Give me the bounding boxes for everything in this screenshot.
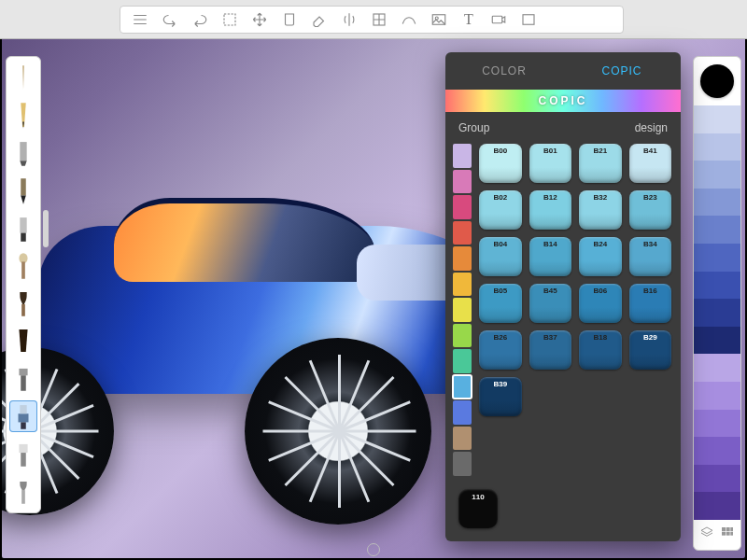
strip-swatch[interactable] xyxy=(694,492,740,520)
svg-rect-21 xyxy=(20,405,26,413)
copic-swatch-B04[interactable]: B04 xyxy=(479,237,522,276)
current-color-swatch[interactable] xyxy=(700,64,734,98)
strip-swatch[interactable] xyxy=(694,410,740,438)
selected-color-swatch[interactable]: 110 xyxy=(458,489,498,528)
strip-swatch[interactable] xyxy=(694,244,740,272)
stroke-icon[interactable] xyxy=(395,7,423,32)
brush-pencil[interactable] xyxy=(9,100,37,132)
copic-group-swatch[interactable] xyxy=(453,195,472,219)
guides-icon[interactable] xyxy=(365,7,393,32)
copic-group-swatch[interactable] xyxy=(453,349,472,373)
copic-group-swatch[interactable] xyxy=(453,221,472,245)
image-icon[interactable] xyxy=(425,7,453,32)
undo-icon[interactable] xyxy=(156,7,184,32)
copic-swatch-B14[interactable]: B14 xyxy=(529,237,572,276)
strip-swatch[interactable] xyxy=(694,465,740,493)
copic-swatch-B32[interactable]: B32 xyxy=(579,190,622,230)
brush-chisel[interactable] xyxy=(9,137,37,169)
brush-marker[interactable] xyxy=(9,213,37,245)
copic-group-column xyxy=(453,144,472,476)
brush-pencil-sharp[interactable] xyxy=(9,63,37,94)
copic-group-swatch[interactable] xyxy=(453,298,472,322)
copic-group-swatch[interactable] xyxy=(453,273,472,297)
svg-rect-9 xyxy=(20,143,26,161)
strip-swatch[interactable] xyxy=(694,272,740,300)
brush-soft[interactable] xyxy=(9,250,37,282)
svg-rect-27 xyxy=(726,527,730,531)
puck-icon[interactable] xyxy=(367,543,380,556)
copic-group-swatch[interactable] xyxy=(453,452,472,476)
copic-swatch-B18[interactable]: B18 xyxy=(579,330,622,370)
svg-rect-28 xyxy=(730,527,733,531)
copic-swatch-B23[interactable]: B23 xyxy=(629,190,672,230)
brush-inkpen[interactable] xyxy=(9,175,37,207)
copic-swatch-B26[interactable]: B26 xyxy=(479,330,522,370)
copic-swatch-B12[interactable]: B12 xyxy=(529,190,572,230)
brush-smudge[interactable] xyxy=(9,475,37,507)
grid-icon[interactable] xyxy=(720,525,735,540)
strip-swatch[interactable] xyxy=(694,354,740,382)
strip-swatch[interactable] xyxy=(694,437,740,465)
svg-rect-11 xyxy=(21,178,26,195)
tab-color[interactable]: COLOR xyxy=(445,52,563,90)
copic-swatch-label: B34 xyxy=(629,240,672,248)
select-icon[interactable] xyxy=(216,7,244,32)
copic-swatch-B01[interactable]: B01 xyxy=(529,144,572,183)
svg-rect-14 xyxy=(21,232,26,241)
strip-swatch[interactable] xyxy=(694,327,740,355)
strip-swatch[interactable] xyxy=(694,189,740,217)
copic-group-swatch[interactable] xyxy=(453,427,472,451)
strip-swatch[interactable] xyxy=(694,216,740,244)
copic-swatch-B24[interactable]: B24 xyxy=(579,237,622,276)
brush-paint[interactable] xyxy=(9,438,37,469)
copic-swatch-B21[interactable]: B21 xyxy=(579,144,622,183)
eraser-icon[interactable] xyxy=(305,7,333,32)
brush-broad[interactable] xyxy=(9,325,37,357)
copic-swatch-B29[interactable]: B29 xyxy=(629,330,672,370)
symmetry-icon[interactable] xyxy=(335,7,363,32)
tab-copic[interactable]: COPIC xyxy=(563,52,681,90)
copic-swatch-label: B21 xyxy=(579,147,622,155)
copic-spectrum-bar[interactable]: COPIC xyxy=(445,90,681,112)
copic-swatch-B37[interactable]: B37 xyxy=(529,330,572,370)
fill-icon[interactable] xyxy=(275,7,303,32)
timelapse-icon[interactable] xyxy=(485,7,513,32)
copic-swatch-B00[interactable]: B00 xyxy=(479,144,522,183)
redo-icon[interactable] xyxy=(186,7,214,32)
brush-flat[interactable] xyxy=(9,362,37,394)
strip-swatch[interactable] xyxy=(694,161,740,189)
copic-group-swatch[interactable] xyxy=(453,246,472,271)
copic-group-swatch[interactable] xyxy=(453,400,472,425)
svg-rect-5 xyxy=(523,15,534,25)
menu-icon[interactable] xyxy=(126,7,154,32)
copic-swatch-B02[interactable]: B02 xyxy=(479,190,522,230)
strip-swatch[interactable] xyxy=(694,382,740,410)
copic-swatch-B34[interactable]: B34 xyxy=(629,237,672,276)
copic-swatch-B16[interactable]: B16 xyxy=(629,284,672,323)
copic-group-swatch[interactable] xyxy=(453,324,472,348)
strip-swatch[interactable] xyxy=(694,105,740,133)
strip-swatch[interactable] xyxy=(694,299,740,327)
sidebar-handle[interactable] xyxy=(43,210,49,247)
copic-swatch-label: B01 xyxy=(529,147,572,155)
copic-group-swatch[interactable] xyxy=(453,375,472,399)
copic-swatch-B41[interactable]: B41 xyxy=(629,144,672,183)
brush-airbrush[interactable] xyxy=(9,400,37,432)
text-icon[interactable]: T xyxy=(455,7,483,32)
svg-rect-30 xyxy=(726,532,730,536)
copic-group-swatch[interactable] xyxy=(453,144,472,168)
transform-icon[interactable] xyxy=(246,7,274,32)
copic-swatch-B06[interactable]: B06 xyxy=(579,284,622,323)
strip-swatch[interactable] xyxy=(694,133,740,161)
copic-swatch-B45[interactable]: B45 xyxy=(529,284,572,323)
svg-marker-6 xyxy=(22,65,24,90)
copic-swatch-B39[interactable]: B39 xyxy=(479,377,522,416)
layers-icon[interactable] xyxy=(699,525,714,540)
copic-swatch-label: B24 xyxy=(579,240,622,248)
svg-rect-24 xyxy=(21,453,26,467)
copic-swatch-label: B04 xyxy=(479,240,522,248)
copic-swatch-B05[interactable]: B05 xyxy=(479,284,522,323)
fullscreen-icon[interactable] xyxy=(514,7,543,32)
brush-bristle[interactable] xyxy=(9,287,37,319)
copic-group-swatch[interactable] xyxy=(453,170,472,194)
